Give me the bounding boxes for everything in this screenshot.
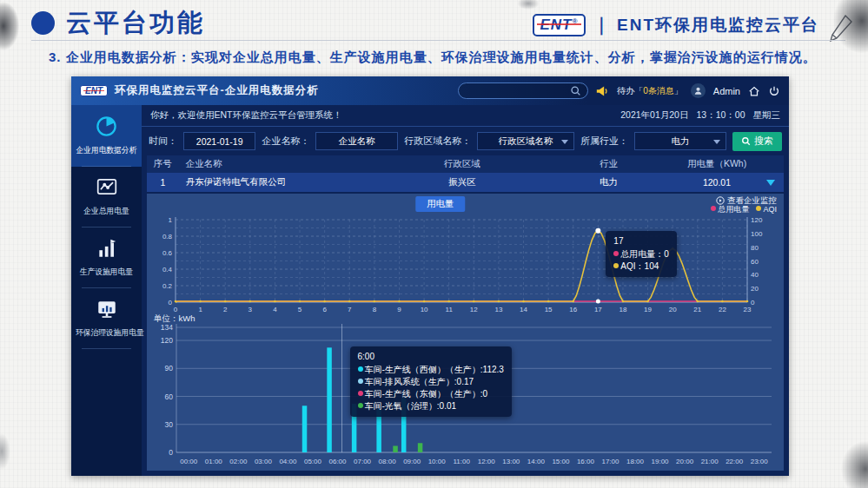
svg-text:0: 0 xyxy=(751,299,755,307)
monitor-chart-icon xyxy=(96,298,118,320)
view-monitor-link[interactable]: 查看企业监控 xyxy=(711,195,777,205)
table-header: 序号 企业名称 行政区域 行业 用电量（KWh) xyxy=(147,155,784,173)
svg-text:11:00: 11:00 xyxy=(454,458,471,465)
chevron-down-icon xyxy=(713,140,720,144)
notification-horn-icon[interactable] xyxy=(596,85,609,97)
svg-text:14:00: 14:00 xyxy=(527,458,546,465)
svg-text:11: 11 xyxy=(446,306,454,313)
sidebar-item-treatment-power[interactable]: 环保治理设施用电量 xyxy=(71,288,142,349)
svg-text:15:00: 15:00 xyxy=(552,458,570,465)
time-label: 时间： xyxy=(149,135,177,148)
svg-text:06:00: 06:00 xyxy=(329,458,348,465)
company-table: 序号 企业名称 行政区域 行业 用电量（KWh) 1 丹东伊诺特电气有限公司 振… xyxy=(147,155,784,192)
home-icon[interactable] xyxy=(748,85,760,97)
svg-text:22: 22 xyxy=(719,306,726,313)
svg-text:30: 30 xyxy=(165,420,174,429)
avatar[interactable] xyxy=(691,83,706,98)
region-label: 行政区域名称： xyxy=(404,135,471,148)
svg-text:13:00: 13:00 xyxy=(502,458,520,465)
power-tab-button[interactable]: 用电量 xyxy=(415,196,466,212)
svg-text:0: 0 xyxy=(174,306,178,313)
svg-text:120: 120 xyxy=(161,336,173,345)
svg-text:19: 19 xyxy=(644,306,652,313)
svg-text:18:00: 18:00 xyxy=(626,458,645,465)
svg-text:5: 5 xyxy=(298,306,302,313)
svg-text:2: 2 xyxy=(223,306,228,313)
svg-text:05:00: 05:00 xyxy=(304,458,322,465)
pen-icon xyxy=(828,14,854,43)
svg-text:20: 20 xyxy=(751,285,759,293)
welcome-bar: 你好，欢迎使用ENT环保监控云平台管理系统！ 2021年01月20日 13：10… xyxy=(142,105,789,127)
line-chart[interactable]: 00.20.40.60.8102040608010012001234567891… xyxy=(152,214,779,314)
svg-text:21:00: 21:00 xyxy=(701,458,719,465)
filter-bar: 时间： 2021-01-19 企业名称： 企业名称 行政区域名称： 行政区域名称… xyxy=(142,127,789,155)
search-button[interactable]: 搜索 xyxy=(732,132,782,151)
svg-text:120: 120 xyxy=(751,216,763,224)
svg-text:90: 90 xyxy=(165,364,174,373)
svg-text:0.6: 0.6 xyxy=(162,249,173,257)
user-name[interactable]: Admin xyxy=(713,86,740,96)
slide: 云平台功能 ENT® ｜ ENT环保用电监控云平台 3. 企业用电数据分析：实现… xyxy=(0,0,868,488)
expand-row-icon[interactable] xyxy=(766,180,775,186)
svg-text:16:00: 16:00 xyxy=(577,458,595,465)
play-circle-icon xyxy=(716,196,725,205)
table-row[interactable]: 1 丹东伊诺特电气有限公司 振兴区 电力 120.01 xyxy=(147,173,784,192)
svg-text:07:00: 07:00 xyxy=(354,458,372,465)
svg-text:03:00: 03:00 xyxy=(255,458,273,465)
svg-text:14: 14 xyxy=(520,306,527,313)
svg-text:04:00: 04:00 xyxy=(279,458,297,465)
legend-dot-aqi xyxy=(756,206,761,211)
svg-text:60: 60 xyxy=(751,258,759,266)
region-select[interactable]: 行政区域名称 xyxy=(477,132,574,150)
app-logo: ENT xyxy=(80,85,108,96)
sidebar: 企业用电数据分析 企业总用电量 生产设施用电量 环保治理设施用电量 xyxy=(71,105,142,476)
svg-text:08:00: 08:00 xyxy=(379,458,397,465)
svg-text:1: 1 xyxy=(198,306,202,313)
chart-toolbar: 用电量 查看企业监控 总用电量 AQI xyxy=(152,196,779,214)
svg-text:4: 4 xyxy=(273,306,277,313)
brand-divider: ｜ xyxy=(593,13,610,36)
svg-text:10: 10 xyxy=(421,306,428,313)
svg-text:7: 7 xyxy=(348,306,352,313)
svg-text:02:00: 02:00 xyxy=(229,458,248,465)
svg-text:21: 21 xyxy=(693,306,701,313)
svg-text:0: 0 xyxy=(169,448,173,457)
search-icon xyxy=(741,136,751,146)
svg-text:0.4: 0.4 xyxy=(162,266,173,274)
header-divider xyxy=(31,40,845,41)
svg-text:9: 9 xyxy=(397,306,401,313)
ent-logo: ENT® xyxy=(533,14,586,36)
power-icon[interactable] xyxy=(768,85,780,97)
svg-text:13: 13 xyxy=(494,306,502,313)
svg-text:0.8: 0.8 xyxy=(162,233,173,241)
svg-text:40: 40 xyxy=(751,271,759,279)
current-date: 2021年01月20日 xyxy=(620,109,688,122)
svg-text:09:00: 09:00 xyxy=(403,458,421,465)
bar-chart[interactable]: 030609012013400:0001:0002:0003:0004:0005… xyxy=(152,314,779,467)
svg-text:1: 1 xyxy=(169,216,173,224)
todo-message[interactable]: 待办「0条消息」 xyxy=(617,85,683,97)
svg-text:23: 23 xyxy=(744,306,752,313)
industry-select[interactable]: 电力 xyxy=(634,132,726,150)
app-header: ENT 环保用电监控云平台-企业用电数据分析 待办「0条消息」 Admin xyxy=(71,76,789,105)
unit-label: 单位：kWh xyxy=(154,313,195,325)
svg-text:00:00: 00:00 xyxy=(180,458,198,465)
pie-chart-icon xyxy=(95,115,118,138)
company-input[interactable]: 企业名称 xyxy=(315,132,398,150)
svg-text:16: 16 xyxy=(569,306,577,313)
sidebar-item-production-power[interactable]: 生产设施用电量 xyxy=(71,228,142,288)
sidebar-item-total-power[interactable]: 企业总用电量 xyxy=(71,167,142,228)
industry-label: 所属行业： xyxy=(580,135,628,148)
svg-text:20:00: 20:00 xyxy=(676,458,694,465)
search-icon xyxy=(570,85,581,96)
line-chart-area: 00.20.40.60.8102040608010012001234567891… xyxy=(152,214,779,314)
svg-text:10:00: 10:00 xyxy=(428,458,447,465)
time-input[interactable]: 2021-01-19 xyxy=(183,132,255,150)
chevron-down-icon xyxy=(561,140,568,144)
svg-text:12: 12 xyxy=(470,306,478,313)
svg-text:6: 6 xyxy=(322,306,327,313)
sidebar-item-enterprise-power-analysis[interactable]: 企业用电数据分析 xyxy=(71,105,142,167)
app-title: 环保用电监控云平台-企业用电数据分析 xyxy=(115,83,319,98)
bar-growth-icon xyxy=(96,237,118,260)
header-search-input[interactable] xyxy=(458,82,588,99)
